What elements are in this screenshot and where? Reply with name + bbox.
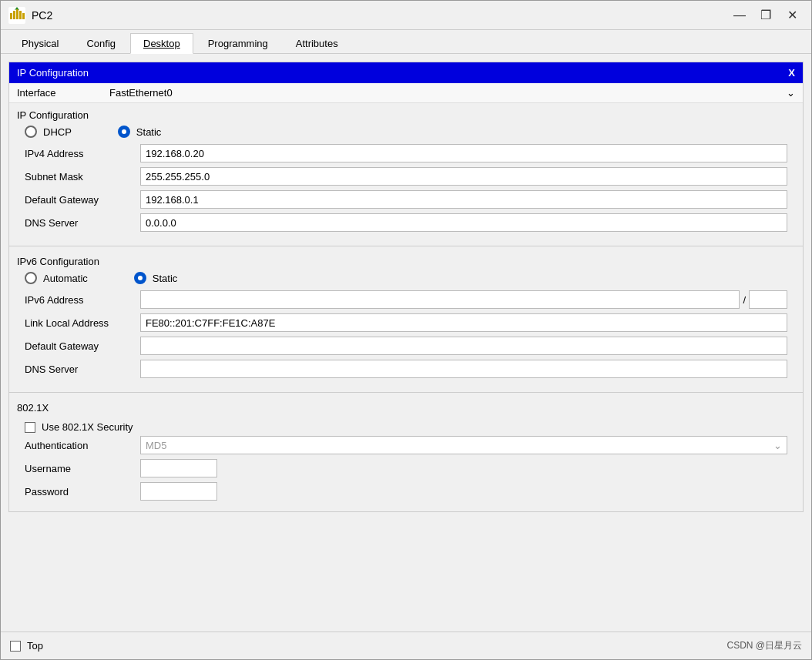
svg-rect-3 bbox=[16, 9, 18, 19]
ip-config-panel: IP Configuration X Interface FastEtherne… bbox=[8, 62, 804, 512]
link-local-input[interactable] bbox=[140, 313, 787, 332]
dhcp-radio[interactable]: DHCP bbox=[25, 126, 72, 138]
password-row: Password bbox=[17, 482, 795, 501]
window-title: PC2 bbox=[32, 9, 52, 22]
static6-radio[interactable]: Static bbox=[134, 272, 178, 284]
ipv4-address-input[interactable] bbox=[140, 144, 787, 162]
static6-label: Static bbox=[153, 273, 178, 284]
ipv6-slash: / bbox=[743, 294, 746, 306]
ipv4-address-label: IPv4 Address bbox=[25, 148, 140, 159]
svg-rect-1 bbox=[10, 13, 12, 19]
main-window: PC2 — ❐ ✕ Physical Config Desktop Progra… bbox=[0, 0, 812, 660]
tab-config[interactable]: Config bbox=[73, 33, 129, 53]
dhcp-radio-circle bbox=[25, 126, 37, 138]
default-gateway6-input[interactable] bbox=[140, 337, 787, 355]
default-gateway-label: Default Gateway bbox=[25, 194, 140, 206]
interface-select[interactable]: FastEthernet0 ⌄ bbox=[109, 87, 795, 99]
tab-desktop[interactable]: Desktop bbox=[130, 33, 193, 54]
tab-physical[interactable]: Physical bbox=[8, 33, 72, 53]
section-divider-2 bbox=[9, 392, 803, 393]
ipv6-address-label: IPv6 Address bbox=[25, 294, 140, 306]
ipv6-input-group: / bbox=[140, 290, 787, 309]
auth-select[interactable]: MD5 ⌄ bbox=[140, 436, 787, 454]
title-bar: PC2 — ❐ ✕ bbox=[1, 1, 811, 30]
password-input[interactable] bbox=[140, 482, 217, 501]
default-gateway-row: Default Gateway bbox=[17, 190, 795, 209]
link-local-row: Link Local Address bbox=[17, 313, 795, 332]
static-radio[interactable]: Static bbox=[118, 126, 162, 138]
subnet-mask-input[interactable] bbox=[140, 167, 787, 186]
password-label: Password bbox=[25, 486, 140, 498]
watermark: CSDN @日星月云 bbox=[726, 639, 802, 652]
use-dot1x-row: Use 802.1X Security bbox=[17, 418, 795, 436]
dns-server-row: DNS Server bbox=[17, 213, 795, 232]
minimize-button[interactable]: — bbox=[728, 6, 751, 25]
dot1x-section: 802.1X Use 802.1X Security Authenticatio… bbox=[9, 396, 803, 511]
tab-attributes[interactable]: Attributes bbox=[283, 33, 351, 53]
section-divider-1 bbox=[9, 246, 803, 246]
ipv6-address-row: IPv6 Address / bbox=[17, 290, 795, 309]
ipv4-section-title: IP Configuration bbox=[17, 109, 795, 121]
bottom-left: Top bbox=[10, 640, 43, 652]
dot1x-section-title: 802.1X bbox=[17, 402, 795, 414]
use-dot1x-label: Use 802.1X Security bbox=[42, 421, 133, 433]
ipv6-radio-row: Automatic Static bbox=[17, 272, 795, 284]
ipv6-prefix-input[interactable] bbox=[749, 290, 787, 309]
username-row: Username bbox=[17, 459, 795, 477]
dns-server6-row: DNS Server bbox=[17, 360, 795, 378]
top-checkbox[interactable] bbox=[10, 641, 21, 652]
interface-label: Interface bbox=[17, 87, 109, 99]
maximize-button[interactable]: ❐ bbox=[754, 6, 777, 25]
ipv6-section: IPv6 Configuration Automatic Static IPv6… bbox=[9, 250, 803, 389]
dns-server-input[interactable] bbox=[140, 213, 787, 232]
automatic-radio[interactable]: Automatic bbox=[25, 272, 88, 284]
content-area: IP Configuration X Interface FastEtherne… bbox=[1, 54, 811, 632]
auth-dropdown-icon: ⌄ bbox=[773, 440, 782, 451]
interface-row: Interface FastEthernet0 ⌄ bbox=[9, 83, 803, 103]
title-bar-left: PC2 bbox=[8, 7, 52, 24]
automatic-label: Automatic bbox=[43, 273, 88, 284]
default-gateway6-label: Default Gateway bbox=[25, 340, 140, 352]
username-label: Username bbox=[25, 463, 140, 474]
ipv6-address-input[interactable] bbox=[140, 290, 740, 309]
panel-header: IP Configuration X bbox=[9, 62, 803, 83]
automatic-radio-circle bbox=[25, 272, 37, 284]
auth-value: MD5 bbox=[146, 440, 166, 451]
panel-close-button[interactable]: X bbox=[788, 67, 795, 79]
dhcp-label: DHCP bbox=[43, 126, 72, 138]
default-gateway6-row: Default Gateway bbox=[17, 337, 795, 355]
interface-value: FastEthernet0 bbox=[109, 87, 173, 99]
ipv4-address-row: IPv4 Address bbox=[17, 144, 795, 162]
top-label: Top bbox=[27, 640, 43, 652]
static-radio-circle bbox=[118, 126, 130, 138]
static6-radio-circle bbox=[134, 272, 146, 284]
auth-row: Authentication MD5 ⌄ bbox=[17, 436, 795, 454]
ipv6-section-title: IPv6 Configuration bbox=[17, 256, 795, 267]
bottom-bar: Top CSDN @日星月云 bbox=[1, 632, 811, 659]
app-icon bbox=[8, 7, 25, 24]
svg-rect-5 bbox=[22, 13, 25, 19]
dns-server6-label: DNS Server bbox=[25, 364, 140, 375]
dns-server6-input[interactable] bbox=[140, 360, 787, 378]
static-label: Static bbox=[136, 126, 162, 138]
auth-label: Authentication bbox=[25, 440, 140, 451]
link-local-label: Link Local Address bbox=[25, 317, 140, 329]
subnet-mask-row: Subnet Mask bbox=[17, 167, 795, 186]
default-gateway-input[interactable] bbox=[140, 190, 787, 209]
svg-rect-2 bbox=[13, 11, 15, 19]
use-dot1x-checkbox[interactable] bbox=[25, 422, 35, 433]
username-input[interactable] bbox=[140, 459, 217, 477]
close-button[interactable]: ✕ bbox=[780, 6, 804, 25]
tab-programming[interactable]: Programming bbox=[195, 33, 281, 53]
svg-rect-4 bbox=[19, 11, 22, 19]
ipv4-radio-row: DHCP Static bbox=[17, 126, 795, 138]
interface-dropdown-icon: ⌄ bbox=[787, 87, 795, 99]
window-controls: — ❐ ✕ bbox=[728, 6, 804, 25]
panel-title: IP Configuration bbox=[17, 67, 89, 79]
ipv4-section: IP Configuration DHCP Static IPv4 Addres… bbox=[9, 103, 803, 243]
dns-server-label: DNS Server bbox=[25, 217, 140, 229]
tab-bar: Physical Config Desktop Programming Attr… bbox=[1, 30, 811, 54]
subnet-mask-label: Subnet Mask bbox=[25, 171, 140, 183]
